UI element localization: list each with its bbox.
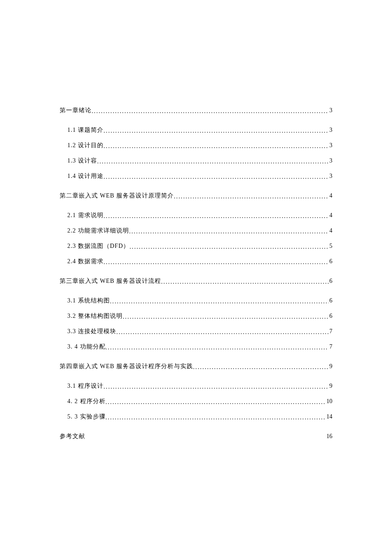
toc-page: 9 (329, 383, 332, 389)
toc-leader (106, 414, 326, 421)
toc-leader (104, 174, 329, 180)
toc-entry: 参考文献 16 (60, 433, 332, 440)
toc-page: 3 (329, 127, 332, 134)
toc-leader (123, 314, 329, 320)
toc-entry: 第一章绪论 3 (60, 107, 332, 114)
toc-page: 16 (326, 433, 332, 440)
toc-page: 3 (329, 142, 332, 149)
table-of-contents: 第一章绪论 3 1.1 课题简介 3 1.2 设计目的 3 1.3 设计容 3 … (60, 107, 332, 440)
toc-leader (104, 259, 329, 266)
toc-leader (116, 329, 329, 336)
toc-label: 3.1 程序设计 (67, 382, 104, 390)
toc-label: 3. 4 功能分配 (67, 343, 106, 351)
toc-entry: 第三章嵌入式 WEB 服务器设计流程 6 (60, 277, 332, 285)
toc-entry: 4. 2 程序分析 10 (67, 398, 332, 405)
toc-page: 6 (329, 297, 332, 304)
toc-entry: 1.1 课题简介 3 (67, 126, 332, 134)
toc-leader (92, 108, 329, 115)
toc-entry: 2.2 功能需求详细说明 4 (67, 227, 332, 235)
toc-entry: 1.2 设计目的 3 (67, 142, 332, 149)
toc-label: 3.2 整体结构图说明 (67, 312, 123, 320)
toc-entry: 3. 4 功能分配 7 (67, 343, 332, 351)
toc-label: 第一章绪论 (60, 107, 92, 114)
toc-label: 3.3 连接处理模块 (67, 328, 116, 335)
toc-leader (104, 128, 329, 134)
toc-page: 4 (329, 192, 332, 199)
toc-page: 6 (329, 313, 332, 320)
toc-page: 5 (329, 243, 332, 250)
toc-leader (104, 384, 329, 390)
toc-entry: 3.1 系统结构图 6 (67, 297, 332, 305)
toc-page: 6 (329, 278, 332, 285)
toc-page: 14 (326, 413, 332, 420)
toc-leader (97, 158, 329, 165)
toc-label: 第三章嵌入式 WEB 服务器设计流程 (60, 277, 161, 285)
toc-leader (106, 399, 326, 406)
toc-label: 2.4 数据需求 (67, 258, 104, 265)
toc-label: 第四章嵌入式 WEB 服务器设计程序分析与实践 (60, 363, 193, 370)
toc-page: 9 (329, 363, 332, 370)
toc-entry: 2.4 数据需求 6 (67, 258, 332, 265)
toc-label: 2.2 功能需求详细说明 (67, 227, 129, 235)
toc-page: 7 (329, 328, 332, 335)
toc-entry: 第四章嵌入式 WEB 服务器设计程序分析与实践 9 (60, 363, 332, 370)
toc-label: 1.4 设计用途 (67, 172, 104, 180)
toc-leader (193, 364, 329, 371)
toc-leader (130, 244, 329, 250)
toc-page: 3 (329, 157, 332, 164)
toc-leader (161, 279, 329, 285)
toc-label: 1.3 设计容 (67, 157, 97, 165)
toc-page: 4 (329, 227, 332, 234)
toc-entry: 3.1 程序设计 9 (67, 382, 332, 390)
toc-leader (110, 298, 329, 305)
toc-page: 3 (329, 107, 332, 114)
toc-label: 2.3 数据流图（DFD） (67, 242, 130, 250)
toc-page: 4 (329, 212, 332, 219)
toc-leader (104, 143, 329, 150)
toc-label: 4. 2 程序分析 (67, 398, 106, 405)
toc-leader (106, 344, 329, 351)
toc-entry: 2.1 需求说明 4 (67, 212, 332, 219)
toc-leader (129, 228, 329, 235)
toc-page: 7 (329, 343, 332, 350)
toc-page: 3 (329, 173, 332, 180)
toc-entry: 第二章嵌入式 WEB 服务器设计原理简介 4 (60, 192, 332, 200)
toc-leader (104, 213, 329, 220)
toc-page: 6 (329, 258, 332, 265)
toc-entry: 1.4 设计用途 3 (67, 172, 332, 180)
toc-leader (174, 193, 329, 200)
toc-label: 3.1 系统结构图 (67, 297, 110, 305)
toc-label: 第二章嵌入式 WEB 服务器设计原理简介 (60, 192, 174, 200)
toc-entry: 3.2 整体结构图说明 6 (67, 312, 332, 320)
toc-entry: 3.3 连接处理模块 7 (67, 328, 332, 335)
toc-entry: 5. 3 实验步骤 14 (67, 413, 332, 421)
toc-label: 参考文献 (60, 433, 85, 440)
toc-entry: 1.3 设计容 3 (67, 157, 332, 165)
toc-label: 1.2 设计目的 (67, 142, 104, 149)
toc-label: 2.1 需求说明 (67, 212, 104, 219)
toc-label: 1.1 课题简介 (67, 126, 104, 134)
toc-page: 10 (326, 398, 332, 405)
toc-entry: 2.3 数据流图（DFD） 5 (67, 242, 332, 250)
toc-label: 5. 3 实验步骤 (67, 413, 106, 421)
